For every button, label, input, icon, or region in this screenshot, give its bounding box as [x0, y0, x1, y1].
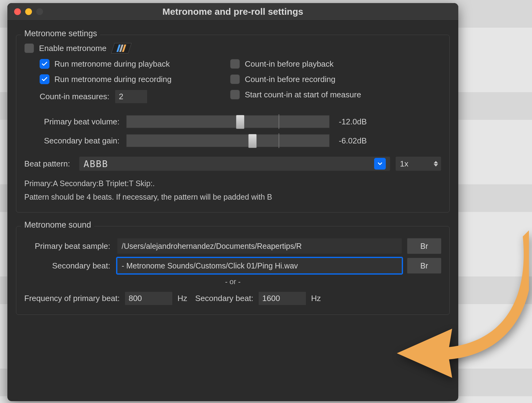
input-freq-secondary[interactable]: [258, 291, 306, 305]
primary-sample-value: /Users/alejandrohernandez/Documents/Reap…: [122, 242, 302, 251]
input-countin-measures[interactable]: [115, 90, 147, 104]
metronome-icon[interactable]: [111, 43, 131, 53]
chevron-down-icon: [377, 160, 383, 167]
label-or: - or -: [24, 277, 441, 286]
label-countin-measures: Count-in measures:: [40, 92, 109, 101]
secondary-sample-value: - Metronome Sounds/Customs/Click 01/Ping…: [122, 261, 298, 270]
value-primary-volume: -12.0dB: [339, 117, 385, 127]
slider-secondary-gain[interactable]: [126, 134, 330, 147]
stepper-icon: [434, 161, 438, 166]
checkbox-start-at-measure[interactable]: [230, 90, 240, 100]
label-run-recording: Run metronome during recording: [54, 75, 172, 84]
label-start-at-measure: Start count-in at start of measure: [245, 90, 361, 100]
label-countin-playback: Count-in before playback: [245, 59, 334, 69]
slider-thumb[interactable]: [236, 115, 244, 129]
checkbox-run-playback[interactable]: [40, 59, 49, 69]
label-secondary-gain: Secondary beat gain:: [24, 136, 126, 146]
group-title-sound: Metronome sound: [21, 220, 94, 230]
group-metronome-settings: Metronome settings Enable metronome: [16, 35, 450, 213]
label-enable-metronome: Enable metronome: [39, 44, 107, 53]
beat-pattern-value: ABBB: [84, 158, 108, 169]
slider-primary-volume[interactable]: [126, 115, 330, 128]
window-title: Metronome and pre-roll settings: [7, 6, 458, 17]
settings-window: Metronome and pre-roll settings Metronom…: [7, 3, 458, 401]
multiplier-value: 1x: [400, 159, 408, 169]
label-run-playback: Run metronome during playback: [54, 59, 170, 69]
slider-thumb[interactable]: [248, 134, 257, 148]
group-title-settings: Metronome settings: [21, 29, 100, 38]
checkbox-countin-playback[interactable]: [230, 59, 240, 69]
input-freq-primary[interactable]: [125, 291, 173, 305]
label-secondary-sample: Secondary beat:: [24, 261, 117, 271]
label-hz-1: Hz: [178, 294, 187, 303]
label-hz-2: Hz: [311, 294, 321, 303]
browse-primary-button[interactable]: Br: [407, 238, 441, 254]
label-countin-recording: Count-in before recording: [245, 75, 335, 84]
label-primary-volume: Primary beat volume:: [24, 117, 126, 127]
hint-pattern-note: Pattern should be 4 beats. If necessary,…: [24, 191, 441, 203]
checkbox-enable-metronome[interactable]: [24, 43, 34, 53]
input-primary-sample[interactable]: /Users/alejandrohernandez/Documents/Reap…: [117, 238, 402, 254]
label-beat-pattern: Beat pattern:: [24, 159, 79, 169]
titlebar: Metronome and pre-roll settings: [7, 3, 458, 21]
label-freq-secondary: Secondary beat:: [195, 294, 253, 303]
checkbox-run-recording[interactable]: [40, 74, 49, 84]
input-secondary-sample[interactable]: - Metronome Sounds/Customs/Click 01/Ping…: [117, 258, 402, 274]
label-freq-primary: Frequency of primary beat:: [24, 294, 120, 303]
browse-secondary-button[interactable]: Br: [407, 258, 441, 274]
hint-pattern-legend: Primary:A Secondary:B Triplet:T Skip:.: [24, 177, 441, 190]
value-secondary-gain: -6.02dB: [339, 136, 385, 146]
check-icon: [41, 76, 48, 83]
check-icon: [41, 61, 48, 67]
group-metronome-sound: Metronome sound Primary beat sample: /Us…: [16, 226, 450, 315]
checkbox-countin-recording[interactable]: [230, 74, 240, 84]
label-primary-sample: Primary beat sample:: [24, 241, 117, 251]
beat-pattern-dropdown[interactable]: [374, 158, 386, 170]
input-beat-pattern[interactable]: ABBB: [79, 156, 390, 171]
select-multiplier[interactable]: 1x: [395, 156, 441, 171]
